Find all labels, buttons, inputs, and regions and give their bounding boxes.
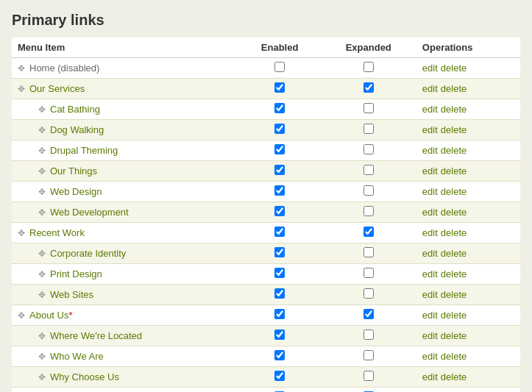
- expanded-checkbox[interactable]: [363, 268, 374, 278]
- delete-link[interactable]: delete: [441, 289, 467, 300]
- expanded-checkbox[interactable]: [363, 185, 374, 196]
- enabled-checkbox[interactable]: [274, 350, 285, 360]
- enabled-checkbox[interactable]: [274, 371, 285, 381]
- enabled-checkbox[interactable]: [274, 206, 285, 216]
- menu-item-link[interactable]: Recent Work: [29, 227, 85, 238]
- edit-link[interactable]: edit: [422, 104, 438, 115]
- enabled-checkbox[interactable]: [274, 227, 285, 237]
- enabled-checkbox[interactable]: [274, 165, 285, 175]
- enabled-checkbox[interactable]: [274, 268, 285, 278]
- drag-handle-icon[interactable]: ✥: [38, 372, 46, 382]
- expanded-checkbox[interactable]: [363, 82, 374, 93]
- delete-link[interactable]: delete: [441, 227, 467, 238]
- edit-link[interactable]: edit: [422, 145, 438, 156]
- menu-item-label[interactable]: Drupal Theming: [50, 145, 118, 156]
- drag-handle-icon[interactable]: ✥: [38, 166, 46, 177]
- menu-item-label[interactable]: Web Development: [50, 207, 129, 218]
- drag-handle-icon[interactable]: ✥: [18, 228, 25, 238]
- delete-link[interactable]: delete: [441, 83, 467, 94]
- edit-link[interactable]: edit: [422, 371, 438, 382]
- delete-link[interactable]: delete: [441, 186, 467, 197]
- edit-link[interactable]: edit: [422, 186, 438, 197]
- delete-link[interactable]: delete: [441, 371, 467, 382]
- expanded-checkbox[interactable]: [363, 144, 374, 154]
- delete-link[interactable]: delete: [441, 351, 467, 362]
- menu-item-link[interactable]: Print Design: [50, 268, 102, 279]
- menu-item-link[interactable]: Who We Are: [50, 351, 104, 362]
- drag-handle-icon[interactable]: ✥: [38, 125, 46, 135]
- delete-link[interactable]: delete: [441, 330, 467, 341]
- expanded-checkbox[interactable]: [363, 124, 374, 134]
- enabled-checkbox[interactable]: [274, 82, 285, 93]
- menu-item-label[interactable]: Cat Bathing: [50, 104, 100, 115]
- edit-link[interactable]: edit: [422, 227, 438, 238]
- edit-link[interactable]: edit: [422, 63, 438, 74]
- expanded-checkbox[interactable]: [363, 165, 374, 175]
- menu-item-link[interactable]: Cat Bathing: [50, 104, 100, 115]
- expanded-checkbox[interactable]: [363, 371, 374, 381]
- drag-handle-icon[interactable]: ✥: [38, 352, 46, 362]
- menu-item-link[interactable]: About Us: [29, 310, 68, 321]
- menu-item-link[interactable]: Web Development: [50, 207, 129, 218]
- edit-link[interactable]: edit: [422, 248, 438, 259]
- menu-item-link[interactable]: Web Design: [50, 186, 102, 197]
- menu-item-link[interactable]: Our Services: [29, 83, 85, 94]
- enabled-checkbox[interactable]: [274, 309, 285, 319]
- delete-link[interactable]: delete: [441, 165, 467, 177]
- delete-link[interactable]: delete: [441, 207, 467, 218]
- expanded-checkbox[interactable]: [363, 227, 374, 237]
- edit-link[interactable]: edit: [422, 310, 438, 321]
- expanded-checkbox[interactable]: [363, 309, 374, 319]
- drag-handle-icon[interactable]: ✥: [18, 63, 25, 74]
- delete-link[interactable]: delete: [441, 268, 467, 279]
- edit-link[interactable]: edit: [422, 351, 438, 362]
- menu-item-label[interactable]: Dog Walking: [50, 124, 104, 135]
- edit-link[interactable]: edit: [422, 289, 438, 300]
- edit-link[interactable]: edit: [422, 268, 438, 279]
- expanded-checkbox[interactable]: [363, 103, 374, 113]
- menu-item-label[interactable]: About Us*: [29, 310, 73, 321]
- enabled-checkbox[interactable]: [274, 124, 285, 134]
- enabled-checkbox[interactable]: [274, 329, 285, 340]
- drag-handle-icon[interactable]: ✥: [18, 310, 25, 321]
- delete-link[interactable]: delete: [441, 124, 467, 135]
- edit-link[interactable]: edit: [422, 83, 438, 94]
- enabled-checkbox[interactable]: [274, 62, 285, 72]
- drag-handle-icon[interactable]: ✥: [38, 104, 46, 115]
- menu-item-link[interactable]: Corporate Identity: [50, 248, 126, 259]
- edit-link[interactable]: edit: [422, 207, 438, 218]
- drag-handle-icon[interactable]: ✥: [38, 187, 46, 197]
- enabled-checkbox[interactable]: [274, 185, 285, 196]
- delete-link[interactable]: delete: [441, 104, 467, 115]
- enabled-checkbox[interactable]: [274, 247, 285, 257]
- menu-item-label[interactable]: Our Things: [50, 165, 97, 177]
- menu-item-link[interactable]: Our Things: [50, 165, 97, 177]
- menu-item-label[interactable]: Why Choose Us: [50, 371, 119, 382]
- expanded-checkbox[interactable]: [363, 288, 374, 299]
- enabled-checkbox[interactable]: [274, 103, 285, 113]
- delete-link[interactable]: delete: [441, 63, 467, 74]
- drag-handle-icon[interactable]: ✥: [38, 249, 46, 259]
- expanded-checkbox[interactable]: [363, 206, 374, 216]
- delete-link[interactable]: delete: [441, 145, 467, 156]
- menu-item-label[interactable]: Corporate Identity: [50, 248, 126, 259]
- menu-item-link[interactable]: Where We're Located: [50, 330, 142, 341]
- delete-link[interactable]: delete: [441, 310, 467, 321]
- menu-item-link[interactable]: Web Sites: [50, 289, 93, 300]
- menu-item-label[interactable]: Web Sites: [50, 289, 93, 300]
- drag-handle-icon[interactable]: ✥: [38, 269, 46, 279]
- menu-item-link[interactable]: Drupal Theming: [50, 145, 118, 156]
- menu-item-label[interactable]: Print Design: [50, 268, 102, 279]
- menu-item-label[interactable]: Our Services: [29, 83, 85, 94]
- edit-link[interactable]: edit: [422, 124, 438, 135]
- drag-handle-icon[interactable]: ✥: [38, 146, 46, 156]
- edit-link[interactable]: edit: [422, 330, 438, 341]
- drag-handle-icon[interactable]: ✥: [38, 331, 46, 341]
- drag-handle-icon[interactable]: ✥: [38, 290, 46, 300]
- menu-item-link[interactable]: Dog Walking: [50, 124, 104, 135]
- drag-handle-icon[interactable]: ✥: [38, 207, 46, 218]
- expanded-checkbox[interactable]: [363, 247, 374, 257]
- menu-item-label[interactable]: Recent Work: [29, 227, 85, 238]
- menu-item-label[interactable]: Where We're Located: [50, 330, 142, 341]
- expanded-checkbox[interactable]: [363, 62, 374, 72]
